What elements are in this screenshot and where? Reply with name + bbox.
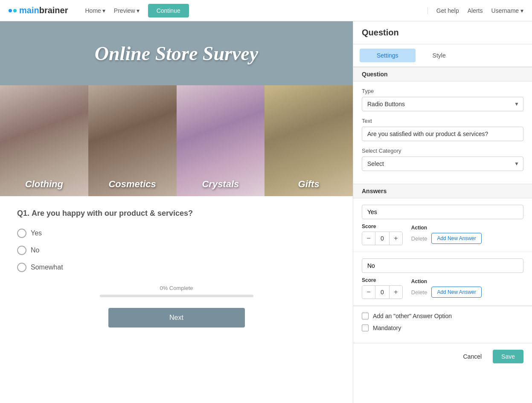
score-group-yes: Score − 0 + [362,223,403,245]
category-gifts[interactable]: Gifts [265,85,353,196]
question-number: Q1. [17,209,29,217]
add-other-label: Add an "other" Answer Option [373,313,452,319]
add-other-checkbox[interactable] [362,313,369,319]
save-button[interactable]: Save [493,350,523,363]
chevron-down-icon: ▾ [520,7,523,14]
progress-section: 0% Complete [17,285,336,297]
add-answer-yes[interactable]: Add New Answer [431,233,481,244]
logo: mainbrainer [9,6,68,15]
logo-text: mainbrainer [19,6,68,15]
score-action-row-no: Score − 0 + Action Delete Add New Answer [362,277,523,299]
survey-content: Q1. Are you happy with our product & ser… [0,196,353,340]
score-label-yes: Score [362,223,403,229]
category-crystals[interactable]: Crystals [177,85,265,196]
question-body: Are you happy with our product & service… [32,209,193,217]
delete-yes[interactable]: Delete [411,235,427,242]
option-somewhat[interactable]: Somewhat [17,263,336,272]
type-select[interactable]: Radio Buttons Checkboxes Dropdown Text I… [362,97,523,111]
type-label: Type [362,88,523,94]
radio-yes[interactable] [17,229,26,238]
action-row-no: Delete Add New Answer [411,287,523,298]
tab-style[interactable]: Style [416,49,463,62]
option-yes[interactable]: Yes [17,229,336,238]
survey-title: Online Store Survey [95,42,258,65]
mandatory-option[interactable]: Mandatory [362,325,523,331]
answer-no-input[interactable] [362,258,523,273]
next-button-container: Next [17,308,336,328]
score-group-no: Score − 0 + [362,277,403,299]
crystals-label: Crystals [177,179,265,190]
alerts-link[interactable]: Alerts [468,7,483,14]
logo-brainer: brainer [39,6,68,15]
clothing-label: Clothing [0,179,88,190]
chevron-down-icon: ▾ [137,7,140,14]
add-answer-no[interactable]: Add New Answer [431,287,481,298]
answer-block-yes: Score − 0 + Action Delete Add New Answer [353,198,532,252]
score-value-yes: 0 [375,232,390,245]
answer-yes-input[interactable] [362,205,523,219]
home-link[interactable]: Home ▾ [85,7,105,14]
score-plus-yes[interactable]: + [390,232,402,245]
logo-dots [9,9,17,12]
radio-somewhat[interactable] [17,263,26,272]
score-plus-no[interactable]: + [390,286,402,299]
action-row-yes: Delete Add New Answer [411,233,523,244]
action-group-no: Action Delete Add New Answer [411,278,523,298]
type-select-wrapper: Radio Buttons Checkboxes Dropdown Text I… [362,97,523,111]
right-panel: Question Settings Style Question Type Ra… [353,21,532,403]
options-section: Add an "other" Answer Option Mandatory [353,306,532,343]
score-minus-no[interactable]: − [362,286,375,299]
tab-settings[interactable]: Settings [360,49,416,62]
action-group-yes: Action Delete Add New Answer [411,225,523,244]
cosmetics-label: Cosmetics [88,179,177,190]
preview-link[interactable]: Preview ▾ [114,7,140,14]
score-controls-no: − 0 + [362,285,403,299]
bottom-actions: Cancel Save [353,343,532,370]
continue-button[interactable]: Continue [148,4,189,17]
category-cosmetics[interactable]: Cosmetics [88,85,177,196]
username-link[interactable]: Username ▾ [491,7,523,14]
progress-bar-background [100,295,253,297]
add-other-option[interactable]: Add an "other" Answer Option [362,313,523,319]
question-section-header: Question [353,67,532,81]
nav-links: Home ▾ Preview ▾ Continue [85,4,427,17]
cancel-button[interactable]: Cancel [456,350,488,363]
question-text-input[interactable] [362,127,523,141]
text-label: Text [362,118,523,124]
category-clothing[interactable]: Clothing [0,85,88,196]
radio-no[interactable] [17,246,26,255]
option-no[interactable]: No [17,246,336,255]
nav-right: Get help Alerts Username ▾ [427,7,523,14]
survey-header: Online Store Survey [0,21,353,85]
panel-tabs: Settings Style [353,44,532,67]
logo-dot-teal [13,9,17,12]
option-somewhat-label: Somewhat [31,264,63,271]
option-yes-label: Yes [31,229,42,237]
select-category-label: Select Category [362,148,523,154]
score-action-row-yes: Score − 0 + Action Delete Add New Answer [362,223,523,245]
logo-dot-blue [9,9,12,12]
delete-no[interactable]: Delete [411,289,427,296]
category-images: Clothing Cosmetics Crystals Gifts [0,85,353,196]
mandatory-label: Mandatory [373,325,401,331]
score-controls-yes: − 0 + [362,232,403,245]
category-select[interactable]: Select Clothing Cosmetics Crystals Gifts [362,157,523,171]
answers-section-header: Answers [353,184,532,198]
score-label-no: Score [362,277,403,283]
logo-main: main [19,6,39,15]
option-no-label: No [31,246,39,254]
action-label-yes: Action [411,225,523,231]
score-minus-yes[interactable]: − [362,232,375,245]
answer-block-no: Score − 0 + Action Delete Add New Answer [353,252,532,306]
main-layout: Online Store Survey Clothing Cosmetics C… [0,21,532,403]
mandatory-checkbox[interactable] [362,325,369,331]
get-help-link[interactable]: Get help [436,7,459,14]
progress-text: 0% Complete [17,285,336,291]
panel-title: Question [353,21,532,44]
score-value-no: 0 [375,286,390,299]
question-section-body: Type Radio Buttons Checkboxes Dropdown T… [353,81,532,184]
chevron-down-icon: ▾ [102,7,105,14]
next-button[interactable]: Next [108,308,245,328]
action-label-no: Action [411,278,523,284]
question-text: Q1. Are you happy with our product & ser… [17,209,336,218]
